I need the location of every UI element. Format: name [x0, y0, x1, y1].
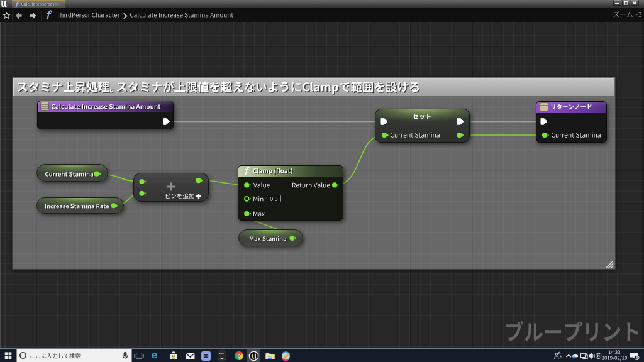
svg-text:EPIC: EPIC [219, 352, 225, 355]
